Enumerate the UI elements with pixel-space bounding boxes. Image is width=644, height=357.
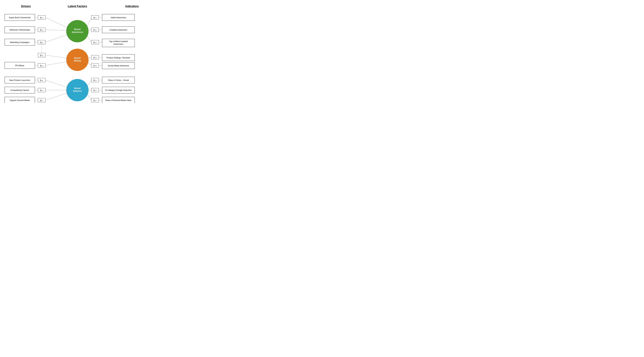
brand-salience-label1: Brand	[74, 87, 80, 90]
beta-label-13: β₁,₃	[94, 56, 96, 58]
beta-label-12: β₁,₂	[94, 41, 96, 44]
indicator-label-aided: Aided Awareness	[111, 16, 126, 19]
beta-label-11: β₁,₁	[94, 29, 96, 31]
beta-label-07: β₀,₇	[40, 99, 43, 102]
indicator-label-ratings: Product Ratings / Reviews	[106, 56, 130, 59]
line-b01-awareness	[45, 30, 68, 30]
line-b07-salience	[45, 92, 68, 100]
beta-label-17: β₁,₇	[94, 99, 96, 102]
beta-label-04: β₀,₄	[40, 64, 43, 67]
beta-label-02: β₀,₂	[40, 41, 43, 44]
brand-affinity-label1: Brand	[74, 57, 80, 59]
indicators-header: Indicators	[108, 5, 156, 8]
driver-label-influencer: Influencer Partnerships	[9, 29, 30, 31]
beta-label-06: β₀,₆	[40, 89, 43, 91]
beta-label-01: β₀,₁	[40, 29, 43, 31]
line-b05-salience	[45, 80, 68, 88]
driver-label-organic: Organic Earned Media	[10, 99, 30, 102]
line-b00-awareness	[45, 18, 68, 28]
diagram: Drivers Latent Factors Indicators Super …	[3, 5, 158, 98]
main-svg: Super Bowl Commercial Influencer Partner…	[3, 11, 158, 98]
line-salience-b15	[86, 80, 91, 88]
indicator-label-sov: Share of Voice – Social	[108, 79, 129, 81]
line-b03-affinity	[45, 55, 68, 58]
line-awareness-b12	[86, 34, 91, 42]
driver-label-pr: PR Efforts	[15, 64, 24, 67]
column-headers: Drivers Latent Factors Indicators	[3, 5, 158, 8]
line-salience-b17	[86, 92, 91, 100]
beta-label-14: β₁,₄	[94, 64, 96, 67]
brand-awareness-label2: Awareness	[72, 31, 83, 33]
indicator-label-sentiment: Social Media Sentiment	[108, 64, 129, 67]
beta-label-05: β₀,₅	[40, 79, 43, 81]
indicator-label-emv: Share of Earned Media Value	[105, 99, 132, 102]
line-b04-affinity	[45, 62, 68, 66]
driver-label-marketing: Marketing Campaigns	[10, 41, 30, 44]
indicator-label-topofmind1: Top-of-Mind Unaided	[109, 40, 128, 42]
brand-awareness-label1: Brand	[74, 28, 80, 30]
driver-label-newproduct: New Product Launches	[9, 79, 30, 81]
driver-label-superbowl: Super Bowl Commercial	[9, 16, 30, 19]
beta-label-00: β₀,₀	[40, 16, 43, 19]
beta-label-03: β₀,₃	[40, 54, 43, 56]
line-b02-awareness	[45, 34, 68, 42]
latent-header: Latent Factors	[61, 5, 94, 8]
beta-label-10: β₁,₀	[94, 16, 96, 19]
drivers-header: Drivers	[5, 5, 47, 8]
beta-label-16: β₁,₆	[94, 89, 96, 91]
brand-salience-label2: Salience	[73, 90, 82, 92]
beta-label-15: β₁,₅	[94, 79, 96, 81]
driver-label-competitor: Competitor(s) Spend	[10, 89, 29, 91]
line-awareness-b10	[86, 18, 91, 28]
indicator-label-unaided: Unaided Awareness	[110, 29, 127, 31]
indicator-label-google: % Category Google Searches	[105, 89, 132, 91]
brand-affinity-label2: Affinity	[74, 60, 81, 62]
indicator-label-topofmind2: Awareness	[114, 43, 124, 45]
